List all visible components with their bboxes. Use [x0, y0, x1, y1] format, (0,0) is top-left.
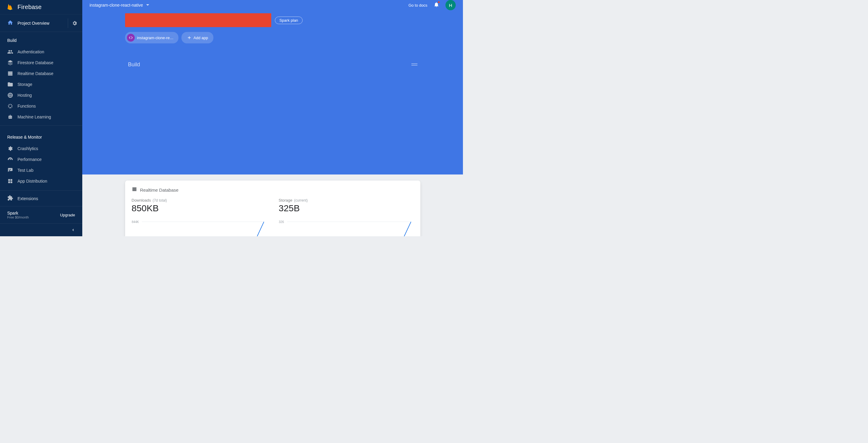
svg-rect-2	[8, 74, 13, 75]
sidebar-item-label: Machine Learning	[18, 115, 51, 119]
folder-icon	[7, 82, 13, 87]
svg-rect-14	[132, 189, 136, 190]
functions-icon	[7, 103, 13, 109]
svg-rect-0	[8, 71, 13, 73]
layers-icon	[7, 60, 13, 66]
svg-rect-7	[8, 179, 10, 181]
plan-chip[interactable]: Spark plan	[275, 17, 303, 24]
svg-rect-1	[8, 73, 13, 74]
sidebar-nav[interactable]: Build Authentication Firestore Database …	[0, 32, 82, 190]
storage-label: Storage	[279, 198, 293, 202]
svg-rect-15	[132, 190, 136, 191]
sidebar-item-firestore[interactable]: Firestore Database	[0, 57, 82, 68]
test-lab-icon	[7, 167, 13, 173]
sidebar-item-extensions[interactable]: Extensions	[0, 190, 82, 207]
downloads-chart: 844K 422K 0	[132, 218, 267, 236]
people-icon	[7, 49, 13, 55]
notification-dot	[438, 1, 440, 3]
project-selector[interactable]: instagram-clone-react-native	[90, 3, 150, 7]
downloads-metric: Downloads (7d total) 850KB 844K 422K 0	[132, 198, 267, 236]
svg-rect-11	[411, 64, 417, 64]
nav-section-release-title: Release & Monitor	[0, 129, 82, 143]
redacted-title-bar	[125, 13, 271, 27]
topbar: instagram-clone-react-native Go to docs …	[82, 0, 463, 10]
realtime-database-card: Realtime Database Downloads (7d total) 8…	[125, 181, 421, 236]
chevron-down-icon	[146, 3, 150, 7]
card-title: Realtime Database	[140, 187, 179, 193]
sidebar-header: Firebase	[0, 0, 82, 14]
firebase-flame-icon	[7, 3, 14, 11]
svg-rect-13	[132, 187, 136, 189]
notifications-button[interactable]	[433, 1, 439, 9]
svg-rect-9	[8, 182, 10, 183]
project-name: instagram-clone-react-native	[90, 3, 143, 7]
sidebar-item-ml[interactable]: Machine Learning	[0, 112, 82, 122]
sidebar-item-performance[interactable]: Performance	[0, 154, 82, 165]
svg-rect-6	[10, 115, 10, 116]
reorder-handle[interactable]	[411, 61, 417, 68]
gauge-icon	[7, 156, 13, 162]
sidebar-item-functions[interactable]: Functions	[0, 101, 82, 112]
build-section-title: Build	[128, 61, 140, 68]
downloads-label: Downloads	[132, 198, 151, 202]
chevron-left-icon	[70, 227, 76, 233]
sidebar-item-authentication[interactable]: Authentication	[0, 46, 82, 57]
settings-gear-button[interactable]	[68, 19, 78, 28]
home-icon	[7, 20, 13, 27]
sidebar-item-label: Crashlytics	[18, 146, 38, 151]
sidebar-item-label: Hosting	[18, 93, 32, 98]
plan-sub: Free $0/month	[7, 216, 29, 219]
sidebar: Firebase Project Overview Build Authenti…	[0, 0, 82, 236]
sidebar-item-storage[interactable]: Storage	[0, 79, 82, 90]
distribute-icon	[7, 178, 13, 184]
brand-wordmark: Firebase	[18, 4, 41, 10]
sidebar-item-label: Storage	[18, 82, 32, 87]
avatar-initial: H	[449, 3, 453, 8]
extensions-label: Extensions	[18, 196, 38, 201]
project-overview-label: Project Overview	[18, 21, 50, 26]
sidebar-item-label: Performance	[18, 157, 41, 162]
downloads-sub: (7d total)	[153, 198, 167, 202]
sidebar-item-label: Functions	[18, 104, 36, 108]
globe-icon	[7, 92, 13, 98]
sidebar-item-label: App Distribution	[18, 179, 47, 184]
sidebar-item-crashlytics[interactable]: Crashlytics	[0, 143, 82, 154]
svg-rect-12	[411, 65, 417, 66]
nav-section-build-title: Build	[0, 32, 82, 46]
sidebar-item-test-lab[interactable]: Test Lab	[0, 165, 82, 176]
user-avatar[interactable]: H	[445, 0, 456, 10]
app-chip-label: instagram-clone-re…	[137, 36, 174, 40]
sidebar-item-realtime-db[interactable]: Realtime Database	[0, 68, 82, 79]
project-overview-row[interactable]: Project Overview	[0, 14, 82, 32]
hero: Spark plan instagram-clone-re… Add app B…	[82, 10, 463, 175]
main-content: instagram-clone-react-native Go to docs …	[82, 0, 463, 236]
go-to-docs-link[interactable]: Go to docs	[408, 3, 427, 7]
sidebar-item-app-distribution[interactable]: App Distribution	[0, 176, 82, 187]
firebase-logo[interactable]: Firebase	[7, 3, 41, 11]
downloads-value: 850KB	[132, 203, 267, 213]
extensions-icon	[7, 195, 13, 202]
database-icon	[132, 187, 137, 193]
storage-metric: Storage (current) 325B 326 163 0	[279, 198, 414, 236]
plan-row: Spark Free $0/month Upgrade	[0, 207, 82, 224]
add-app-label: Add app	[193, 36, 208, 40]
sidebar-item-hosting[interactable]: Hosting	[0, 90, 82, 101]
sidebar-item-label: Firestore Database	[18, 60, 53, 65]
app-chip[interactable]: instagram-clone-re…	[125, 32, 179, 43]
storage-sub: (current)	[294, 198, 308, 202]
svg-rect-10	[10, 182, 12, 183]
upgrade-button[interactable]: Upgrade	[60, 213, 75, 217]
y-tick: 326	[279, 220, 284, 224]
y-tick: 844K	[132, 220, 139, 224]
sidebar-item-label: Realtime Database	[18, 71, 53, 76]
sidebar-item-label: Test Lab	[18, 168, 33, 173]
plus-icon	[187, 35, 192, 40]
add-app-button[interactable]: Add app	[181, 32, 213, 43]
database-icon	[7, 70, 13, 76]
svg-point-4	[9, 117, 10, 118]
storage-value: 325B	[279, 203, 414, 213]
collapse-sidebar-button[interactable]	[0, 224, 82, 236]
web-app-icon	[127, 34, 135, 41]
sidebar-item-label: Authentication	[18, 50, 44, 54]
svg-rect-3	[8, 116, 12, 119]
